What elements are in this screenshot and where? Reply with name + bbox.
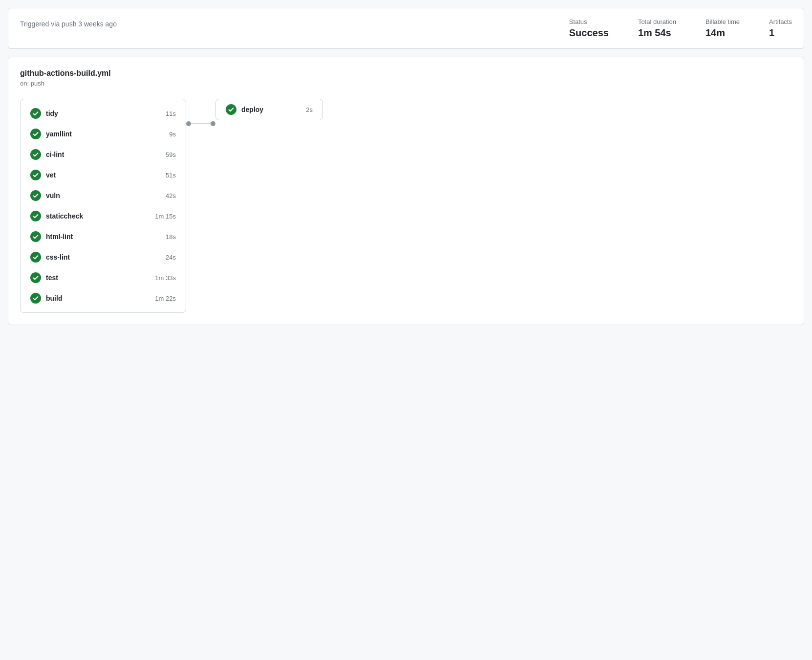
- svg-point-4: [30, 190, 41, 201]
- job-name: build: [46, 294, 62, 302]
- job-name: yamllint: [46, 130, 72, 138]
- svg-point-8: [30, 272, 41, 283]
- billable-label: Billable time: [705, 18, 740, 25]
- job-duration: 51s: [166, 172, 176, 179]
- job-duration: 1m 33s: [155, 274, 176, 282]
- connector-line: [191, 123, 211, 124]
- connector-dot-right: [211, 121, 215, 126]
- pipeline-container: tidy 11s yamllint 9s ci-lint 59s ve: [20, 99, 792, 313]
- job-left: build: [30, 293, 62, 304]
- artifacts-value: 1: [769, 27, 792, 39]
- deploy-job-left: deploy: [226, 104, 263, 115]
- job-item[interactable]: vuln 42s: [21, 185, 186, 206]
- svg-point-2: [30, 149, 41, 160]
- svg-point-1: [30, 129, 41, 139]
- job-duration: 1m 15s: [155, 213, 176, 220]
- job-item[interactable]: html-lint 18s: [21, 226, 186, 247]
- trigger-text: Triggered via push 3 weeks ago: [20, 18, 569, 28]
- job-success-icon: [30, 170, 41, 180]
- summary-card: Triggered via push 3 weeks ago Status Su…: [8, 8, 804, 49]
- job-left: staticcheck: [30, 211, 83, 221]
- job-name: tidy: [46, 110, 58, 117]
- billable-stat: Billable time 14m: [705, 18, 740, 39]
- deploy-success-icon: [226, 104, 236, 115]
- job-name: css-lint: [46, 253, 70, 261]
- connector-wrapper: [186, 99, 215, 126]
- job-success-icon: [30, 231, 41, 242]
- job-item[interactable]: css-lint 24s: [21, 247, 186, 267]
- job-success-icon: [30, 272, 41, 283]
- job-name: staticcheck: [46, 212, 83, 220]
- job-success-icon: [30, 108, 41, 119]
- job-name: vet: [46, 171, 56, 179]
- svg-point-3: [30, 170, 41, 180]
- connector-dot-left: [186, 121, 191, 126]
- job-success-icon: [30, 293, 41, 304]
- artifacts-label: Artifacts: [769, 18, 792, 25]
- workflow-title: github-actions-build.yml: [20, 69, 792, 78]
- duration-value: 1m 54s: [638, 27, 676, 39]
- status-stat: Status Success: [569, 18, 609, 39]
- deploy-job-duration: 2s: [306, 106, 313, 113]
- job-success-icon: [30, 129, 41, 139]
- job-left: html-lint: [30, 231, 73, 242]
- status-label: Status: [569, 18, 609, 25]
- job-duration: 42s: [166, 192, 176, 199]
- deploy-job-box[interactable]: deploy 2s: [215, 99, 323, 120]
- job-name: ci-lint: [46, 151, 64, 158]
- job-left: vuln: [30, 190, 60, 201]
- trigger-label: Triggered via push 3 weeks ago: [20, 20, 117, 28]
- job-duration: 1m 22s: [155, 295, 176, 302]
- svg-point-0: [30, 108, 41, 119]
- job-duration: 11s: [166, 110, 176, 117]
- job-item[interactable]: staticcheck 1m 15s: [21, 206, 186, 226]
- job-success-icon: [30, 190, 41, 201]
- job-name: vuln: [46, 192, 60, 199]
- job-duration: 9s: [169, 131, 176, 138]
- job-item[interactable]: build 1m 22s: [21, 288, 186, 308]
- artifacts-stat: Artifacts 1: [769, 18, 792, 39]
- job-success-icon: [30, 149, 41, 160]
- job-duration: 24s: [166, 254, 176, 261]
- job-name: test: [46, 274, 58, 282]
- job-left: test: [30, 272, 58, 283]
- workflow-trigger: on: push: [20, 80, 792, 87]
- job-left: css-lint: [30, 252, 70, 263]
- svg-point-10: [226, 104, 236, 115]
- deploy-job-name: deploy: [241, 106, 263, 113]
- status-value: Success: [569, 27, 609, 39]
- job-item[interactable]: yamllint 9s: [21, 124, 186, 144]
- job-left: ci-lint: [30, 149, 64, 160]
- job-success-icon: [30, 252, 41, 263]
- job-item[interactable]: test 1m 33s: [21, 267, 186, 288]
- billable-value: 14m: [705, 27, 740, 39]
- svg-point-7: [30, 252, 41, 263]
- job-duration: 59s: [166, 151, 176, 158]
- job-left: tidy: [30, 108, 58, 119]
- workflow-card: github-actions-build.yml on: push tidy 1…: [8, 57, 804, 325]
- job-left: yamllint: [30, 129, 72, 139]
- svg-point-6: [30, 231, 41, 242]
- job-left: vet: [30, 170, 56, 180]
- job-item[interactable]: vet 51s: [21, 165, 186, 185]
- jobs-box: tidy 11s yamllint 9s ci-lint 59s ve: [20, 99, 186, 313]
- summary-stats: Status Success Total duration 1m 54s Bil…: [569, 18, 792, 39]
- svg-point-9: [30, 293, 41, 304]
- job-name: html-lint: [46, 233, 73, 241]
- duration-label: Total duration: [638, 18, 676, 25]
- job-success-icon: [30, 211, 41, 221]
- job-item[interactable]: tidy 11s: [21, 103, 186, 124]
- job-duration: 18s: [166, 233, 176, 241]
- svg-point-5: [30, 211, 41, 221]
- job-item[interactable]: ci-lint 59s: [21, 144, 186, 165]
- duration-stat: Total duration 1m 54s: [638, 18, 676, 39]
